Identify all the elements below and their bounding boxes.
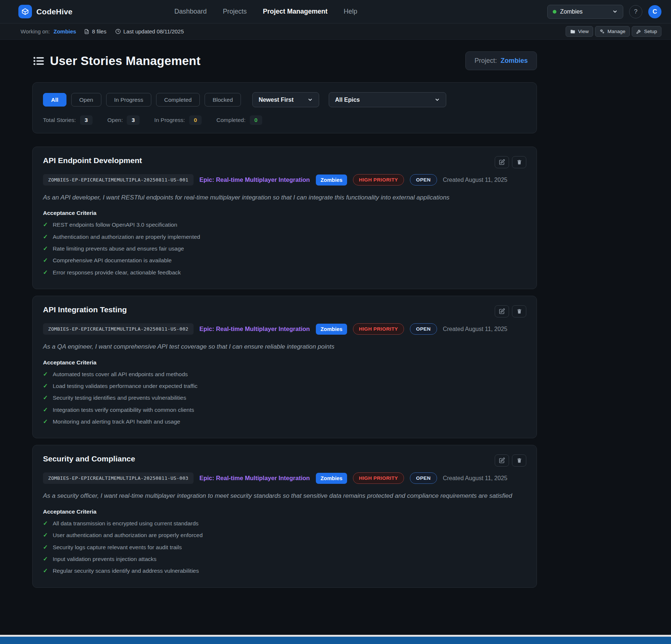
files-count: 8 files [92, 28, 106, 35]
last-updated-meta: Last updated 08/11/2025 [115, 28, 184, 35]
main-content: User Stories Management Project: Zombies… [32, 40, 537, 588]
help-button[interactable]: ? [629, 5, 642, 18]
folder-icon [570, 29, 576, 34]
acceptance-criteria-heading: Acceptance Criteria [43, 508, 526, 515]
check-icon: ✓ [43, 532, 48, 539]
criteria-item: ✓Integration tests verify compatibility … [43, 406, 526, 413]
stat-in-progress-label: In Progress: [154, 117, 185, 123]
avatar[interactable]: C [648, 5, 661, 18]
delete-story-button[interactable] [512, 156, 526, 168]
criteria-text: Security logs capture relevant events fo… [53, 544, 182, 551]
trash-icon [516, 159, 522, 165]
nav-link-help[interactable]: Help [344, 8, 357, 15]
criteria-item: ✓Authentication and authorization are pr… [43, 233, 526, 240]
stat-open-label: Open: [107, 117, 123, 123]
criteria-text: Rate limiting prevents abuse and ensures… [53, 245, 184, 252]
filter-tab-open[interactable]: Open [71, 93, 101, 107]
criteria-text: REST endpoints follow OpenAPI 3.0 specif… [53, 221, 177, 228]
gears-icon [599, 29, 605, 34]
filter-panel: All Open In Progress Completed Blocked N… [32, 82, 537, 133]
chevron-down-icon [434, 97, 440, 102]
setup-button[interactable]: Setup [632, 26, 661, 37]
project-selector[interactable]: Zombies [547, 5, 623, 19]
story-description: As an API developer, I want RESTful endp… [43, 193, 526, 202]
epic-filter-value: All Epics [335, 97, 360, 103]
edit-icon [499, 159, 505, 165]
criteria-text: Error responses provide clear, actionabl… [53, 269, 181, 276]
criteria-item: ✓REST endpoints follow OpenAPI 3.0 speci… [43, 221, 526, 228]
priority-badge: HIGH PRIORITY [353, 323, 404, 335]
epic-link[interactable]: Epic: Real-time Multiplayer Integration [199, 325, 310, 332]
stat-open-value: 3 [127, 115, 140, 125]
criteria-item: ✓Rate limiting prevents abuse and ensure… [43, 245, 526, 252]
acceptance-criteria-heading: Acceptance Criteria [43, 359, 526, 366]
nav-link-dashboard[interactable]: Dashboard [174, 8, 207, 15]
stat-total-stories: Total Stories: 3 [43, 115, 93, 125]
edit-story-button[interactable] [495, 454, 509, 467]
epic-link[interactable]: Epic: Real-time Multiplayer Integration [199, 176, 310, 183]
nav-link-projects[interactable]: Projects [223, 8, 247, 15]
check-icon: ✓ [43, 382, 48, 389]
criteria-item: ✓Error responses provide clear, actionab… [43, 269, 526, 276]
status-badge: OPEN [410, 323, 437, 335]
project-chip-value[interactable]: Zombies [501, 57, 528, 65]
last-updated-text: Last updated 08/11/2025 [123, 28, 184, 35]
edit-icon [499, 457, 505, 464]
epic-link[interactable]: Epic: Real-time Multiplayer Integration [199, 475, 310, 482]
criteria-text: Load testing validates performance under… [53, 382, 197, 389]
project-status-dot-icon [553, 10, 556, 14]
check-icon: ✓ [43, 406, 48, 413]
criteria-item: ✓All data transmission is encrypted usin… [43, 520, 526, 527]
view-button[interactable]: View [566, 26, 593, 37]
check-icon: ✓ [43, 245, 48, 252]
check-icon: ✓ [43, 394, 48, 401]
check-icon: ✓ [43, 269, 48, 276]
page-header: User Stories Management Project: Zombies [32, 51, 537, 70]
story-title: API Integration Testing [43, 305, 127, 314]
working-on-project-link[interactable]: Zombies [54, 28, 76, 35]
story-card: Security and Compliance ZOMBIES-EP-EPICR… [32, 445, 537, 587]
nav-links: Dashboard Projects Project Management He… [174, 8, 357, 15]
project-badge[interactable]: Zombies [316, 324, 347, 335]
project-badge[interactable]: Zombies [316, 473, 347, 484]
story-description: As a security officer, I want real-time … [43, 491, 526, 501]
criteria-text: Automated tests cover all API endpoints … [53, 371, 188, 378]
project-badge[interactable]: Zombies [316, 175, 347, 186]
files-meta: 8 files [84, 28, 106, 35]
criteria-item: ✓User authentication and authorization a… [43, 532, 526, 539]
acceptance-criteria-list: ✓Automated tests cover all API endpoints… [43, 371, 526, 425]
brand: CodeHive [18, 5, 72, 18]
status-badge: OPEN [410, 472, 437, 484]
criteria-item: ✓Security testing identifies and prevent… [43, 394, 526, 401]
nav-link-project-management[interactable]: Project Management [263, 8, 328, 15]
stats-row: Total Stories: 3 Open: 3 In Progress: 0 … [43, 115, 526, 125]
edit-story-button[interactable] [495, 156, 509, 168]
view-button-label: View [578, 29, 589, 34]
delete-story-button[interactable] [512, 305, 526, 317]
check-icon: ✓ [43, 371, 48, 378]
criteria-item: ✓Monitoring and alerting track API healt… [43, 418, 526, 425]
check-icon: ✓ [43, 544, 48, 551]
created-date: Created August 11, 2025 [443, 177, 508, 183]
filter-tab-in-progress[interactable]: In Progress [106, 93, 151, 107]
criteria-text: Input validation prevents injection atta… [53, 555, 156, 562]
epic-filter-select[interactable]: All Epics [329, 92, 446, 107]
filter-tab-completed[interactable]: Completed [156, 93, 200, 107]
edit-story-button[interactable] [495, 305, 509, 317]
stat-completed-value: 0 [250, 115, 263, 125]
project-chip: Project: Zombies [465, 51, 537, 70]
manage-button[interactable]: Manage [595, 26, 630, 37]
filter-tab-all[interactable]: All [43, 93, 66, 107]
sort-select[interactable]: Newest First [252, 92, 319, 107]
wrench-icon [636, 29, 642, 34]
filter-tab-blocked[interactable]: Blocked [205, 93, 241, 107]
working-on-label: Working on: [21, 28, 50, 35]
sort-select-value: Newest First [259, 97, 293, 103]
criteria-text: Regular security scans identify and addr… [53, 567, 199, 574]
stat-total-label: Total Stories: [43, 117, 76, 123]
file-icon [84, 29, 89, 35]
story-title: API Endpoint Development [43, 156, 142, 165]
stat-open: Open: 3 [107, 115, 140, 125]
delete-story-button[interactable] [512, 454, 526, 467]
criteria-text: Security testing identifies and prevents… [53, 394, 186, 401]
